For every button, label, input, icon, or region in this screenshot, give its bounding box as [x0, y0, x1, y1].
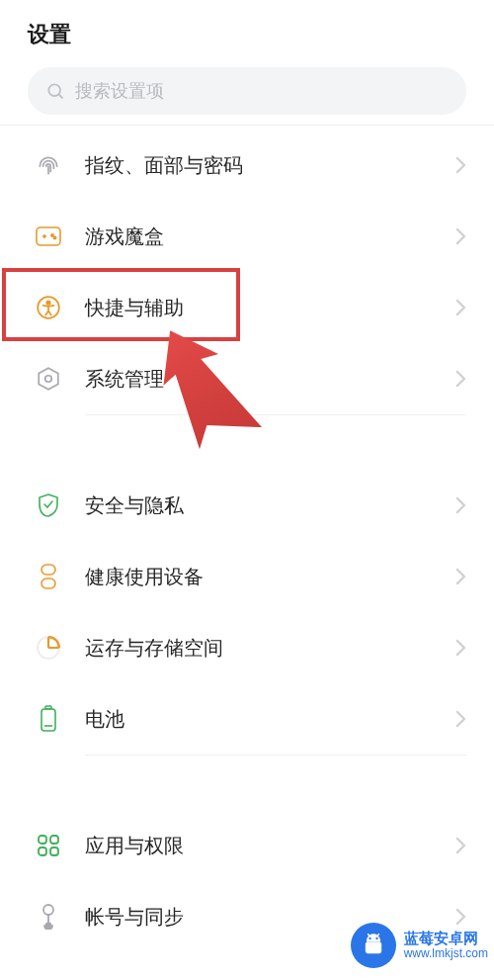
shield-icon	[34, 490, 63, 520]
item-label: 游戏魔盒	[85, 223, 454, 250]
sync-icon	[34, 902, 63, 932]
svg-point-0	[48, 84, 60, 96]
gamebox-icon	[34, 222, 63, 251]
chevron-right-icon	[454, 496, 466, 514]
search-icon	[45, 81, 65, 101]
svg-point-23	[46, 924, 51, 929]
chevron-right-icon	[454, 639, 466, 657]
svg-rect-18	[39, 836, 46, 844]
svg-point-27	[375, 937, 377, 939]
svg-line-1	[59, 95, 63, 99]
item-game-box[interactable]: 游戏魔盒	[0, 201, 494, 272]
svg-point-5	[51, 234, 53, 236]
item-label: 电池	[85, 706, 454, 733]
item-label: 快捷与辅助	[85, 295, 454, 321]
item-system-management[interactable]: 系统管理	[0, 343, 494, 414]
battery-icon	[34, 704, 63, 734]
fingerprint-icon	[34, 150, 63, 180]
system-icon	[34, 364, 63, 394]
svg-rect-19	[50, 836, 58, 844]
group-separator	[0, 414, 494, 470]
group-separator	[0, 755, 494, 810]
svg-rect-20	[39, 847, 46, 855]
item-label: 健康使用设备	[85, 564, 454, 590]
item-apps-permissions[interactable]: 应用与权限	[0, 810, 494, 881]
svg-point-8	[46, 301, 49, 304]
item-shortcuts-accessibility[interactable]: 快捷与辅助	[0, 272, 494, 343]
item-digital-wellbeing[interactable]: 健康使用设备	[0, 541, 494, 612]
chevron-right-icon	[454, 227, 466, 245]
svg-point-10	[45, 376, 52, 383]
storage-icon	[34, 633, 63, 663]
svg-point-26	[369, 937, 370, 939]
watermark-logo-icon	[351, 923, 396, 968]
item-security-privacy[interactable]: 安全与隐私	[0, 470, 494, 541]
item-label: 安全与隐私	[85, 492, 454, 519]
chevron-right-icon	[454, 299, 466, 316]
chevron-right-icon	[454, 568, 466, 585]
chevron-right-icon	[454, 370, 466, 388]
svg-line-29	[376, 934, 378, 935]
item-label: 系统管理	[85, 366, 454, 393]
watermark-url: www.lmkjst.com	[404, 947, 488, 961]
item-label: 运存与存储空间	[85, 635, 454, 662]
item-label: 指纹、面部与密码	[85, 152, 454, 179]
svg-marker-9	[39, 368, 58, 390]
svg-rect-11	[41, 565, 55, 575]
chevron-right-icon	[454, 156, 466, 174]
svg-rect-12	[41, 579, 55, 588]
chevron-right-icon	[454, 837, 466, 854]
apps-icon	[34, 831, 63, 860]
accessibility-icon	[34, 293, 63, 322]
svg-rect-25	[365, 942, 380, 954]
svg-line-28	[368, 934, 370, 935]
chevron-right-icon	[454, 710, 466, 728]
item-battery[interactable]: 电池	[0, 683, 494, 755]
svg-rect-15	[41, 709, 55, 731]
settings-list: 指纹、面部与密码 游戏魔盒 快捷与辅助	[0, 126, 494, 952]
search-placeholder: 搜索设置项	[75, 79, 164, 103]
watermark: 蓝莓安卓网 www.lmkjst.com	[351, 923, 488, 968]
item-label: 应用与权限	[85, 833, 454, 859]
watermark-title: 蓝莓安卓网	[404, 930, 488, 946]
item-fingerprint-face-password[interactable]: 指纹、面部与密码	[0, 130, 494, 201]
svg-rect-16	[45, 706, 51, 709]
svg-point-22	[43, 905, 53, 915]
item-ram-storage[interactable]: 运存与存储空间	[0, 612, 494, 683]
svg-rect-21	[50, 847, 58, 855]
svg-rect-2	[37, 227, 60, 245]
hourglass-icon	[34, 562, 63, 591]
search-input[interactable]: 搜索设置项	[28, 67, 466, 115]
svg-point-6	[53, 236, 55, 238]
page-title: 设置	[0, 0, 494, 67]
